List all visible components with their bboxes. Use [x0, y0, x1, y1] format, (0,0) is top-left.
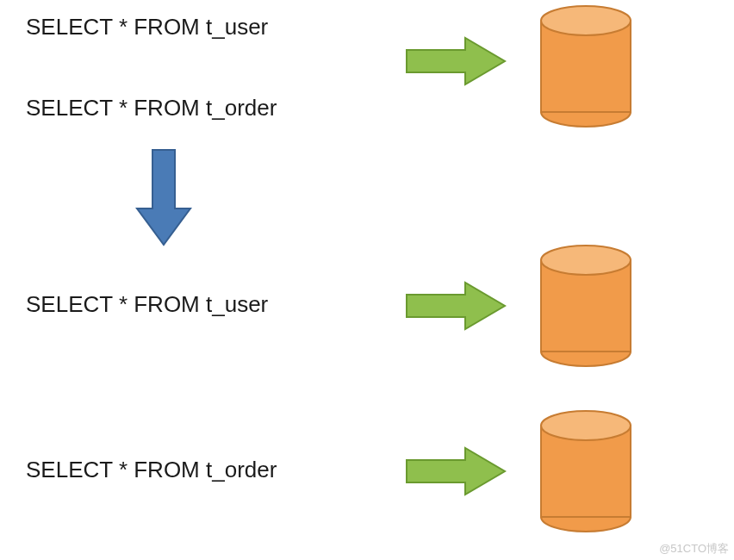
arrow-right-icon-mid	[405, 279, 508, 339]
svg-marker-6	[137, 150, 190, 245]
database-icon-top	[534, 2, 638, 137]
arrow-down-icon	[134, 146, 194, 256]
sql-statement-top-1: SELECT * FROM t_user	[26, 14, 268, 40]
arrow-right-icon-top	[405, 34, 508, 94]
sql-statement-top-2: SELECT * FROM t_order	[26, 95, 277, 121]
svg-marker-7	[407, 283, 505, 329]
database-icon-bot	[534, 407, 638, 542]
arrow-right-icon-bot	[405, 445, 508, 504]
database-icon-mid	[534, 241, 638, 376]
svg-marker-0	[407, 38, 505, 84]
watermark-text: @51CTO博客	[659, 541, 729, 557]
svg-point-3	[541, 6, 631, 35]
svg-marker-13	[407, 448, 505, 495]
sql-statement-bot-2: SELECT * FROM t_order	[26, 457, 277, 483]
svg-point-10	[541, 246, 631, 275]
svg-point-16	[541, 411, 631, 440]
sql-statement-bot-1: SELECT * FROM t_user	[26, 291, 268, 318]
